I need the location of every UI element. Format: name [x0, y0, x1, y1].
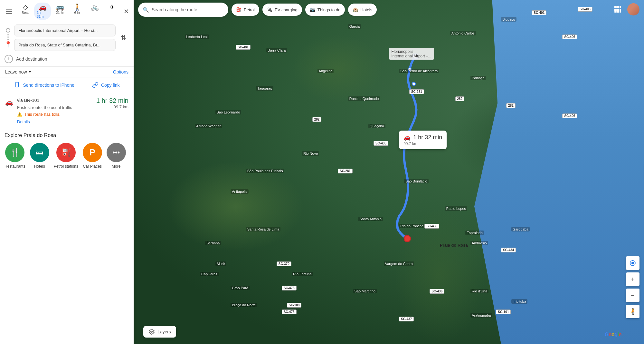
transport-mode-bike[interactable]: 🚲 — — [86, 3, 103, 20]
filter-hotels-pill[interactable]: 🏨 Hotels — [348, 4, 377, 16]
car-places-icon: P — [83, 143, 102, 162]
filter-ev-pill[interactable]: 🔌 EV charging — [262, 4, 302, 16]
hotels-icon: 🛏 — [30, 143, 49, 162]
explore-title: Explore Praia do Rosa — [5, 133, 129, 138]
transport-mode-flight[interactable]: ✈ — — [104, 3, 120, 20]
route-time: 1 hr 32 min — [96, 97, 128, 104]
camera-pill-icon: 📷 — [310, 7, 315, 12]
map-label: SC-475 — [282, 286, 297, 290]
petrol-label: Petrol stations — [54, 164, 78, 169]
petrol-icon: ⛽ — [56, 143, 76, 162]
add-destination-label: Add destination — [16, 56, 47, 62]
zoom-out-button[interactable]: − — [626, 289, 639, 302]
transport-mode-drive[interactable]: 🚗 1h 31m — [34, 3, 51, 20]
restaurants-label: Restaurants — [5, 164, 25, 169]
origin-dot-icon — [6, 28, 10, 33]
apps-grid-button[interactable] — [612, 4, 623, 15]
ev-pill-label: EV charging — [275, 7, 298, 12]
destination-input[interactable] — [14, 39, 116, 51]
svg-rect-11 — [614, 11, 617, 13]
road-badge: 282 — [312, 117, 322, 122]
street-view-button[interactable]: 🧍 — [626, 305, 639, 318]
road-badge: 282 — [506, 103, 516, 108]
link-icon — [92, 82, 99, 88]
zoom-in-button[interactable]: + — [626, 272, 639, 286]
map-topbar: 🔍 Search along the route ⛽ Petrol 🔌 EV c… — [134, 0, 644, 19]
hotel-pill-icon: 🏨 — [353, 7, 358, 12]
route-info-bubble: 🚗 1 hr 32 min 99.7 km — [399, 131, 447, 149]
svg-marker-24 — [149, 329, 154, 332]
petrol-pill-label: Petrol — [244, 7, 255, 12]
send-directions-button[interactable]: Send directions to iPhone — [14, 82, 74, 88]
explore-car-places[interactable]: P Car Places — [83, 143, 102, 169]
details-link[interactable]: Details — [17, 119, 30, 124]
explore-hotels[interactable]: 🛏 Hotels — [30, 143, 49, 169]
share-section: Send directions to iPhone Copy link — [0, 77, 134, 93]
road-badge: 282 — [455, 96, 465, 101]
road-badge: SC-481 — [236, 45, 251, 50]
map-label: SC-434 — [501, 248, 516, 252]
map-label: SC-435 — [424, 224, 439, 229]
map-label: SC-370 — [277, 261, 291, 266]
road-badge: SC-281 — [409, 89, 424, 94]
map-label: SC-475 — [282, 310, 297, 314]
car-places-label: Car Places — [83, 164, 102, 169]
route-inputs: 📍 ⇅ — [0, 21, 134, 53]
current-location-button[interactable] — [626, 256, 639, 270]
svg-point-4 — [17, 86, 18, 87]
transport-mode-best[interactable]: ◇ Best — [17, 3, 33, 20]
explore-more[interactable]: ••• More — [107, 143, 126, 169]
bubble-time-text: 1 hr 32 min — [413, 134, 442, 141]
options-button[interactable]: Options — [113, 69, 128, 74]
leave-now-button[interactable]: Leave now ▾ — [5, 69, 31, 74]
praia-do-rosa-label: Praia do Rosa — [440, 243, 468, 248]
transport-mode-transit[interactable]: 🚌 21 hr — [52, 3, 68, 20]
filter-things-pill[interactable]: 📷 Things to do — [305, 4, 345, 16]
bubble-distance-text: 99.7 km — [403, 142, 442, 146]
route-fastest-label: Fastest route, the usual traffic — [17, 105, 72, 110]
map-area[interactable]: 🔍 Search along the route ⛽ Petrol 🔌 EV c… — [134, 0, 644, 344]
map-label: SC-101 — [496, 310, 511, 314]
transport-mode-walk[interactable]: 🚶 6 hr — [69, 3, 86, 20]
road-badge: SC-406 — [562, 113, 577, 118]
svg-rect-7 — [620, 6, 621, 8]
things-pill-label: Things to do — [317, 7, 341, 12]
swap-directions-button[interactable]: ⇅ — [118, 32, 129, 44]
copy-link-button[interactable]: Copy link — [92, 82, 120, 88]
route-via: via BR-101 — [17, 98, 39, 103]
explore-items: 🍴 Restaurants 🛏 Hotels ⛽ Petrol stations… — [5, 143, 129, 169]
svg-rect-1 — [6, 11, 12, 12]
map-controls: + − 🧍 — [626, 256, 639, 318]
explore-petrol[interactable]: ⛽ Petrol stations — [54, 143, 78, 169]
svg-point-18 — [631, 262, 634, 264]
tolls-warning-text: This route has tolls. — [24, 112, 61, 117]
route-distance: 99.7 km — [114, 104, 128, 110]
map-label: SC-435 — [374, 141, 388, 146]
layers-icon — [148, 329, 155, 335]
map-topright — [612, 3, 639, 15]
destination-pin-icon: 📍 — [5, 42, 12, 47]
warning-icon: ⚠️ — [17, 112, 22, 117]
map-label: SC-108 — [287, 303, 302, 308]
close-button[interactable]: ✕ — [120, 5, 132, 17]
left-panel: ◇ Best 🚗 1h 31m 🚌 21 hr 🚶 6 hr 🚲 — ✈ — — [0, 0, 134, 344]
svg-rect-13 — [620, 11, 621, 13]
explore-restaurants[interactable]: 🍴 Restaurants — [5, 143, 25, 169]
route-warning: ⚠️ This route has tolls. — [17, 112, 128, 117]
hotels-pill-label: Hotels — [360, 7, 372, 12]
more-icon: ••• — [107, 143, 126, 162]
google-logo: Google — [605, 332, 621, 338]
layers-button[interactable]: Layers — [143, 326, 176, 338]
user-avatar[interactable] — [627, 3, 639, 15]
search-icon: 🔍 — [143, 7, 149, 13]
add-destination-button[interactable]: + Add destination — [0, 53, 134, 66]
menu-icon[interactable] — [3, 5, 15, 17]
origin-input[interactable] — [14, 25, 116, 36]
svg-marker-25 — [149, 331, 154, 334]
search-along-box[interactable]: 🔍 Search along the route — [138, 3, 228, 17]
svg-rect-9 — [617, 9, 619, 11]
svg-rect-10 — [620, 9, 621, 11]
car-route-icon: 🚗 — [5, 98, 13, 106]
petrol-pill-icon: ⛽ — [236, 7, 242, 12]
filter-petrol-pill[interactable]: ⛽ Petrol — [232, 4, 259, 16]
